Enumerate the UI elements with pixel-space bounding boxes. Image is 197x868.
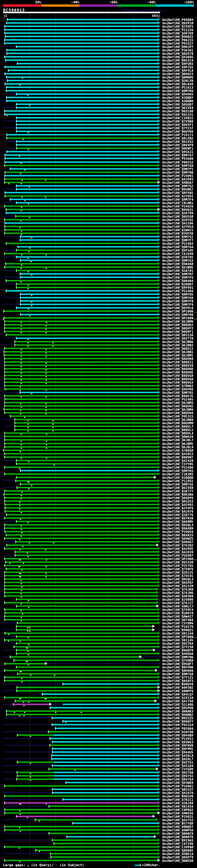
hit-row[interactable]: UniRef100_Q6WSS0 — [0, 859, 197, 862]
hit-row[interactable]: UniRef100_P29059 — [0, 530, 197, 533]
hit-row[interactable]: UniRef100_B8QVI1 — [0, 360, 197, 364]
hit-row[interactable]: UniRef100_Q40667 — [0, 540, 197, 544]
hit-row[interactable]: UniRef100_Q43184 — [0, 764, 197, 767]
hit-row[interactable]: UniRef100_Q8MD06 — [0, 75, 197, 79]
hit-bar[interactable] — [5, 504, 158, 505]
hit-bar[interactable] — [5, 846, 158, 848]
hit-bar[interactable] — [10, 415, 158, 417]
hit-row[interactable]: UniRef100_Q42839 — [0, 550, 197, 554]
hit-bar[interactable] — [15, 422, 158, 424]
hit-row[interactable]: UniRef100_B8QVH8 — [0, 367, 197, 370]
hit-row[interactable]: UniRef100_B9VRK7 — [0, 188, 197, 191]
hit-bar[interactable] — [5, 358, 158, 359]
hit-bar[interactable] — [5, 365, 158, 366]
hit-row[interactable]: UniRef100_B8QVM0 — [0, 421, 197, 425]
hit-row[interactable]: UniRef100_Q6JBL9 — [0, 445, 197, 448]
hit-row[interactable]: UniRef100_Q05537 — [0, 787, 197, 791]
hit-row[interactable]: UniRef100_Q9SPU0 — [0, 706, 197, 709]
hit-bar[interactable] — [7, 80, 158, 81]
hit-bar[interactable] — [5, 320, 158, 322]
hit-bar[interactable] — [16, 127, 158, 129]
hit-bar[interactable] — [49, 768, 156, 770]
hit-bar[interactable] — [5, 510, 158, 512]
hit-bar[interactable] — [16, 463, 158, 465]
hit-row[interactable]: UniRef100_Q944U5 — [0, 750, 197, 754]
hit-bar[interactable] — [16, 666, 158, 668]
hit-bar[interactable] — [20, 236, 158, 238]
hit-bar[interactable] — [20, 273, 158, 275]
hit-bar[interactable] — [52, 755, 158, 756]
hit-bar[interactable] — [20, 297, 158, 298]
hit-row[interactable]: UniRef100_Q39799 — [0, 211, 197, 215]
hit-row[interactable]: UniRef100_B8QVL7 — [0, 425, 197, 428]
hit-row[interactable]: UniRef100_P24091 — [0, 174, 197, 177]
hit-row[interactable]: UniRef100_B8QVG3 — [0, 380, 197, 384]
hit-bar[interactable] — [56, 727, 158, 729]
hit-row[interactable]: UniRef100_Q1L0Q6 — [0, 703, 197, 706]
hit-bar[interactable] — [52, 751, 158, 753]
hit-bar[interactable] — [5, 42, 158, 44]
hit-row[interactable]: UniRef100_P52406 — [0, 466, 197, 469]
hit-row[interactable]: UniRef100_B9FPH6 — [0, 665, 197, 669]
hit-row[interactable]: UniRef100_B9H1P8 — [0, 795, 197, 798]
hit-bar[interactable] — [5, 582, 158, 583]
hit-row[interactable]: UniRef100_C6JSV0 — [0, 252, 197, 255]
hit-bar[interactable] — [6, 87, 158, 88]
hit-row[interactable]: UniRef100_P52404 — [0, 289, 197, 292]
hit-row[interactable]: UniRef100_P93680 — [0, 157, 197, 160]
hit-row[interactable]: UniRef100_Q9ZP10 — [0, 21, 197, 25]
hit-row[interactable]: UniRef100_Q7Y1Z1 — [0, 676, 197, 679]
hit-row[interactable]: UniRef100_Q9SQF7 — [0, 662, 197, 665]
hit-row[interactable]: UniRef100_Q8VXF1 — [0, 123, 197, 126]
hit-row[interactable]: UniRef100_Q43685 — [0, 55, 197, 59]
hit-bar[interactable] — [5, 405, 158, 407]
hit-row[interactable]: UniRef100_Q8W427 — [0, 615, 197, 618]
hit-row[interactable]: UniRef100_Q76JH6 — [0, 591, 197, 594]
hit-bar[interactable] — [16, 107, 158, 108]
hit-row[interactable]: UniRef100_B8QVJ5 — [0, 394, 197, 398]
hit-row[interactable]: UniRef100_Q7Y237 — [0, 126, 197, 130]
hit-row[interactable]: UniRef100_Q9M7G6 — [0, 296, 197, 299]
hit-row[interactable]: UniRef100_Q6JBN1 — [0, 350, 197, 353]
hit-row[interactable]: UniRef100_Q39785 — [0, 255, 197, 259]
hit-row[interactable]: UniRef100_Q6U5G8 — [0, 215, 197, 218]
hit-row[interactable]: UniRef100_P16061 — [0, 784, 197, 787]
hit-row[interactable]: UniRef100_Q9FUH3 — [0, 62, 197, 65]
hit-bar[interactable] — [5, 154, 158, 156]
hit-row[interactable]: UniRef100_Q9ZTK4 — [0, 642, 197, 645]
hit-row[interactable]: UniRef100_B8QVL4 — [0, 431, 197, 435]
hit-row[interactable]: UniRef100_Q6IVX4 — [0, 106, 197, 109]
hit-bar[interactable] — [6, 534, 158, 536]
hit-bar[interactable] — [5, 110, 158, 112]
hit-row[interactable]: UniRef100_P08252 — [0, 160, 197, 164]
hit-bar[interactable] — [4, 354, 158, 356]
hit-row[interactable]: UniRef100_Q6JBM4 — [0, 408, 197, 411]
hit-bar[interactable] — [5, 575, 158, 577]
hit-bar[interactable] — [52, 758, 158, 760]
hit-bar[interactable] — [36, 849, 158, 851]
hit-row[interactable]: UniRef100_Q9M7H7 — [0, 272, 197, 276]
hit-row[interactable]: UniRef100_Q43853 — [0, 452, 197, 456]
hit-row[interactable]: UniRef100_Q403K0 — [0, 594, 197, 598]
hit-row[interactable]: UniRef100_A2Y4F6 — [0, 506, 197, 509]
hit-row[interactable]: UniRef100_Q1W6C5 — [0, 228, 197, 231]
hit-row[interactable]: UniRef100_Q9M7H6 — [0, 655, 197, 659]
hit-row[interactable]: UniRef100_B1B6T0 — [0, 611, 197, 615]
hit-row[interactable]: UniRef100_Q9M7F4 — [0, 198, 197, 201]
hit-bar[interactable] — [5, 195, 158, 197]
hit-row[interactable]: UniRef100_B8QVI0 — [0, 364, 197, 367]
hit-bar[interactable] — [16, 188, 158, 190]
hit-bar[interactable] — [5, 229, 158, 230]
hit-row[interactable]: UniRef100_B9VQ31 — [0, 208, 197, 211]
hit-bar[interactable] — [5, 263, 158, 265]
hit-row[interactable]: UniRef100_A9PJS5 — [0, 65, 197, 69]
hit-bar[interactable] — [16, 93, 158, 95]
hit-row[interactable]: UniRef100_A3AJ48 — [0, 801, 197, 805]
hit-bar[interactable] — [16, 185, 158, 187]
hit-bar[interactable] — [16, 338, 158, 339]
hit-row[interactable]: UniRef100_Q9M7H0 — [0, 170, 197, 174]
hit-row[interactable]: UniRef100_Q9SYS4 — [0, 777, 197, 781]
hit-bar[interactable] — [7, 134, 158, 135]
hit-bar[interactable] — [10, 168, 158, 170]
hit-bar[interactable] — [8, 70, 158, 71]
